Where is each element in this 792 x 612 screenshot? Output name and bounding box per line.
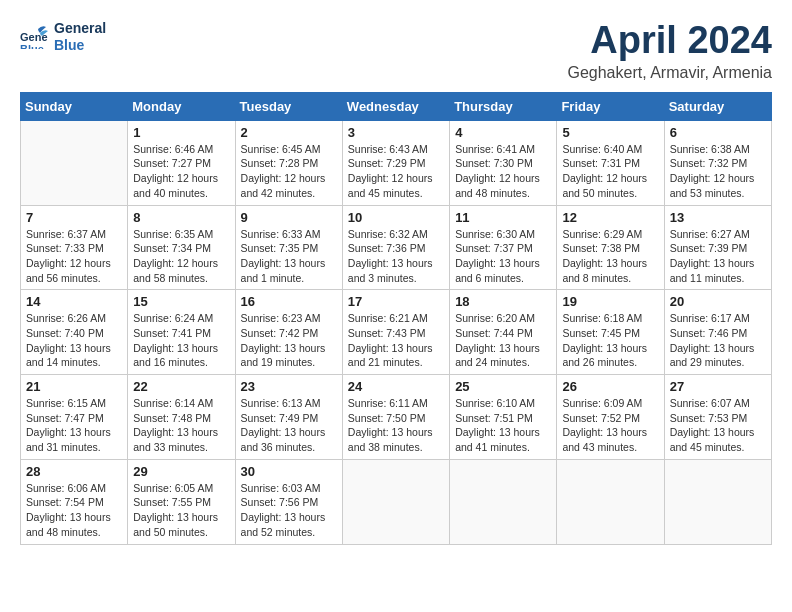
calendar-week-row: 1Sunrise: 6:46 AMSunset: 7:27 PMDaylight… [21,120,772,205]
calendar-cell [557,459,664,544]
calendar-cell: 8Sunrise: 6:35 AMSunset: 7:34 PMDaylight… [128,205,235,290]
day-info: Sunrise: 6:15 AMSunset: 7:47 PMDaylight:… [26,396,122,455]
logo-line1: General [54,20,106,37]
calendar-cell: 11Sunrise: 6:30 AMSunset: 7:37 PMDayligh… [450,205,557,290]
calendar-cell: 23Sunrise: 6:13 AMSunset: 7:49 PMDayligh… [235,375,342,460]
day-info: Sunrise: 6:17 AMSunset: 7:46 PMDaylight:… [670,311,766,370]
day-number: 14 [26,294,122,309]
calendar-header-row: SundayMondayTuesdayWednesdayThursdayFrid… [21,92,772,120]
calendar-cell: 12Sunrise: 6:29 AMSunset: 7:38 PMDayligh… [557,205,664,290]
weekday-header: Wednesday [342,92,449,120]
weekday-header: Sunday [21,92,128,120]
day-info: Sunrise: 6:06 AMSunset: 7:54 PMDaylight:… [26,481,122,540]
day-number: 20 [670,294,766,309]
day-number: 19 [562,294,658,309]
calendar-cell: 4Sunrise: 6:41 AMSunset: 7:30 PMDaylight… [450,120,557,205]
weekday-header: Tuesday [235,92,342,120]
svg-text:Blue: Blue [20,43,44,49]
calendar-cell [664,459,771,544]
day-info: Sunrise: 6:21 AMSunset: 7:43 PMDaylight:… [348,311,444,370]
calendar-cell: 10Sunrise: 6:32 AMSunset: 7:36 PMDayligh… [342,205,449,290]
calendar-cell: 26Sunrise: 6:09 AMSunset: 7:52 PMDayligh… [557,375,664,460]
day-number: 28 [26,464,122,479]
day-number: 9 [241,210,337,225]
day-number: 22 [133,379,229,394]
calendar-cell [21,120,128,205]
day-number: 24 [348,379,444,394]
day-number: 21 [26,379,122,394]
day-number: 3 [348,125,444,140]
weekday-header: Saturday [664,92,771,120]
calendar-table: SundayMondayTuesdayWednesdayThursdayFrid… [20,92,772,545]
day-number: 6 [670,125,766,140]
calendar-cell: 1Sunrise: 6:46 AMSunset: 7:27 PMDaylight… [128,120,235,205]
calendar-cell: 14Sunrise: 6:26 AMSunset: 7:40 PMDayligh… [21,290,128,375]
title-block: April 2024 Geghakert, Armavir, Armenia [567,20,772,82]
calendar-cell: 13Sunrise: 6:27 AMSunset: 7:39 PMDayligh… [664,205,771,290]
day-info: Sunrise: 6:13 AMSunset: 7:49 PMDaylight:… [241,396,337,455]
day-number: 17 [348,294,444,309]
day-number: 25 [455,379,551,394]
logo-line2: Blue [54,37,106,54]
day-info: Sunrise: 6:32 AMSunset: 7:36 PMDaylight:… [348,227,444,286]
day-info: Sunrise: 6:38 AMSunset: 7:32 PMDaylight:… [670,142,766,201]
month-title: April 2024 [567,20,772,62]
logo-icon: General Blue [20,21,48,49]
day-number: 18 [455,294,551,309]
day-info: Sunrise: 6:43 AMSunset: 7:29 PMDaylight:… [348,142,444,201]
calendar-cell: 9Sunrise: 6:33 AMSunset: 7:35 PMDaylight… [235,205,342,290]
day-info: Sunrise: 6:27 AMSunset: 7:39 PMDaylight:… [670,227,766,286]
day-info: Sunrise: 6:29 AMSunset: 7:38 PMDaylight:… [562,227,658,286]
calendar-cell: 2Sunrise: 6:45 AMSunset: 7:28 PMDaylight… [235,120,342,205]
day-info: Sunrise: 6:35 AMSunset: 7:34 PMDaylight:… [133,227,229,286]
day-number: 30 [241,464,337,479]
day-info: Sunrise: 6:33 AMSunset: 7:35 PMDaylight:… [241,227,337,286]
day-info: Sunrise: 6:37 AMSunset: 7:33 PMDaylight:… [26,227,122,286]
day-info: Sunrise: 6:10 AMSunset: 7:51 PMDaylight:… [455,396,551,455]
day-info: Sunrise: 6:45 AMSunset: 7:28 PMDaylight:… [241,142,337,201]
day-info: Sunrise: 6:05 AMSunset: 7:55 PMDaylight:… [133,481,229,540]
day-number: 12 [562,210,658,225]
day-info: Sunrise: 6:30 AMSunset: 7:37 PMDaylight:… [455,227,551,286]
calendar-cell: 15Sunrise: 6:24 AMSunset: 7:41 PMDayligh… [128,290,235,375]
day-number: 15 [133,294,229,309]
day-number: 11 [455,210,551,225]
day-info: Sunrise: 6:24 AMSunset: 7:41 PMDaylight:… [133,311,229,370]
day-info: Sunrise: 6:09 AMSunset: 7:52 PMDaylight:… [562,396,658,455]
day-number: 2 [241,125,337,140]
day-info: Sunrise: 6:18 AMSunset: 7:45 PMDaylight:… [562,311,658,370]
day-number: 1 [133,125,229,140]
day-info: Sunrise: 6:46 AMSunset: 7:27 PMDaylight:… [133,142,229,201]
calendar-cell [450,459,557,544]
calendar-cell: 3Sunrise: 6:43 AMSunset: 7:29 PMDaylight… [342,120,449,205]
day-number: 16 [241,294,337,309]
day-info: Sunrise: 6:07 AMSunset: 7:53 PMDaylight:… [670,396,766,455]
calendar-cell: 25Sunrise: 6:10 AMSunset: 7:51 PMDayligh… [450,375,557,460]
day-number: 29 [133,464,229,479]
calendar-cell: 30Sunrise: 6:03 AMSunset: 7:56 PMDayligh… [235,459,342,544]
day-number: 26 [562,379,658,394]
day-info: Sunrise: 6:03 AMSunset: 7:56 PMDaylight:… [241,481,337,540]
day-number: 10 [348,210,444,225]
day-number: 23 [241,379,337,394]
calendar-cell: 5Sunrise: 6:40 AMSunset: 7:31 PMDaylight… [557,120,664,205]
calendar-cell: 19Sunrise: 6:18 AMSunset: 7:45 PMDayligh… [557,290,664,375]
day-number: 13 [670,210,766,225]
calendar-cell: 29Sunrise: 6:05 AMSunset: 7:55 PMDayligh… [128,459,235,544]
day-info: Sunrise: 6:40 AMSunset: 7:31 PMDaylight:… [562,142,658,201]
calendar-cell: 28Sunrise: 6:06 AMSunset: 7:54 PMDayligh… [21,459,128,544]
calendar-cell: 17Sunrise: 6:21 AMSunset: 7:43 PMDayligh… [342,290,449,375]
weekday-header: Thursday [450,92,557,120]
day-number: 7 [26,210,122,225]
calendar-cell [342,459,449,544]
day-info: Sunrise: 6:26 AMSunset: 7:40 PMDaylight:… [26,311,122,370]
page-header: General Blue General Blue April 2024 Geg… [20,20,772,82]
calendar-cell: 24Sunrise: 6:11 AMSunset: 7:50 PMDayligh… [342,375,449,460]
day-info: Sunrise: 6:41 AMSunset: 7:30 PMDaylight:… [455,142,551,201]
location: Geghakert, Armavir, Armenia [567,64,772,82]
day-info: Sunrise: 6:14 AMSunset: 7:48 PMDaylight:… [133,396,229,455]
day-info: Sunrise: 6:23 AMSunset: 7:42 PMDaylight:… [241,311,337,370]
calendar-week-row: 14Sunrise: 6:26 AMSunset: 7:40 PMDayligh… [21,290,772,375]
day-number: 4 [455,125,551,140]
calendar-cell: 16Sunrise: 6:23 AMSunset: 7:42 PMDayligh… [235,290,342,375]
